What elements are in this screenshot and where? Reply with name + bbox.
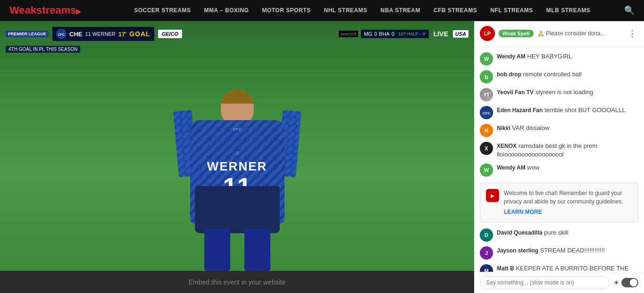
- nav-mlb[interactable]: MLB STREAMS: [546, 7, 591, 14]
- nav-nba[interactable]: NBA STREAM: [380, 7, 420, 14]
- player-head: [221, 90, 254, 125]
- logo-text-streams: streams: [36, 4, 76, 16]
- chat-message-text: VAR dissalow: [512, 124, 549, 131]
- chat-message-content: Nikki VAR dissalow: [497, 124, 638, 132]
- dark-mode-toggle[interactable]: ☀: [613, 278, 638, 287]
- list-item: M Matt B KEEPER ATE A BURRITO BEFORE THE…: [474, 262, 644, 272]
- avatar: W: [480, 163, 493, 177]
- chat-message-text: KEEPER ATE A BURRITO BEFORE THE MATCH: [497, 265, 628, 272]
- chat-message-text: styreen is not loading: [535, 89, 594, 96]
- list-item: W Wendy AM HEY BABYGIRL: [474, 50, 644, 68]
- player-shorts: [195, 186, 280, 233]
- list-item: X XENOX ramsdale best gk in the prem llo…: [474, 139, 644, 161]
- nav-nhl[interactable]: NHL STREAMS: [324, 7, 368, 14]
- chat-message-content: David Quesadilla pure skill: [497, 228, 638, 237]
- chat-message-text: wow: [527, 164, 539, 171]
- nav-motorsports[interactable]: MOTOR SPORTS: [262, 7, 310, 14]
- list-item: b bob drop remote controlled ball: [474, 68, 644, 86]
- live-badge: LIVE: [432, 30, 450, 38]
- chat-username: XENOX: [497, 143, 517, 149]
- jersey-name: WERNER: [207, 159, 268, 174]
- sun-icon: ☀: [613, 279, 619, 286]
- list-item: J Jayson sterling STREAM DEAD!!!!!!!!!!!…: [474, 244, 644, 262]
- broadcast-info: peacock MG 0 BHA 0 1ST HALF – 9' LIVE US…: [339, 30, 468, 38]
- avatar: b: [480, 70, 493, 83]
- chat-username: Yeovil Fan TV: [497, 89, 534, 96]
- score-overlay: PREMIER LEAGUE CFC CHE 11 WERNER 17' GOA…: [6, 27, 468, 41]
- chat-input[interactable]: [480, 276, 610, 289]
- svg-text:CFC: CFC: [483, 111, 491, 115]
- chat-donate-text: 🙏 Please consider dona...: [537, 30, 622, 37]
- premier-league-badge: PREMIER LEAGUE: [6, 31, 49, 37]
- list-item: CFC Eden Hazard Fan terrible shot BUT GO…: [474, 104, 644, 122]
- avatar: N: [480, 124, 493, 137]
- avatar: CFC: [480, 106, 493, 119]
- chat-username: Wendy AM: [497, 53, 526, 60]
- home-team: MG: [364, 31, 372, 37]
- avatar: J: [480, 246, 493, 260]
- promo-text: Welcome to live chat! Remember to guard …: [504, 190, 623, 205]
- avatar: W: [480, 52, 493, 65]
- goal-season-text: 4TH GOAL IN PL THIS SEASON: [6, 46, 80, 53]
- chat-message-content: bob drop remote controlled ball: [497, 70, 638, 79]
- chat-username: Eden Hazard Fan: [497, 107, 543, 114]
- avatar: YT: [480, 88, 493, 101]
- list-item: D David Quesadilla pure skill: [474, 226, 644, 244]
- toggle-track[interactable]: [621, 278, 638, 287]
- youtube-promo-box: ▶ Welcome to live chat! Remember to guar…: [480, 183, 638, 222]
- chat-message-text: terrible shot BUT GOOOALLL: [544, 106, 626, 114]
- learn-more-link[interactable]: LEARN MORE: [504, 208, 632, 216]
- chat-username: Nikki: [497, 125, 510, 131]
- chat-message-content: XENOX ramsdale best gk in the prem lloio…: [497, 142, 638, 159]
- avatar: X: [480, 142, 493, 155]
- away-score: 0: [392, 31, 394, 37]
- embed-text: Embed this event in your website: [189, 278, 285, 286]
- svg-text:CFC: CFC: [58, 33, 65, 36]
- chat-input-area: ☀: [474, 272, 644, 293]
- chat-username: Matt B: [497, 265, 514, 272]
- nav-soccer[interactable]: SOCCER STREAMS: [134, 7, 191, 14]
- chat-username: Jayson sterling: [497, 247, 538, 254]
- logo-play-icon: ▶: [76, 8, 81, 15]
- youtube-icon: ▶: [486, 189, 499, 202]
- goal-text: GOAL: [129, 30, 150, 38]
- main-content: PREMIER LEAGUE CFC CHE 11 WERNER 17' GOA…: [0, 21, 644, 293]
- chat-username: David Quesadilla: [497, 229, 543, 236]
- player-right-leg: [244, 228, 270, 271]
- team-logo: CFC: [56, 29, 67, 39]
- match-time: 17': [118, 31, 127, 38]
- nav-mma[interactable]: MMA – BOXING: [204, 7, 249, 14]
- embed-bar: Embed this event in your website: [0, 271, 474, 293]
- nav-cfb[interactable]: CFB STREAMS: [434, 7, 477, 14]
- chat-message-text: pure skill: [544, 229, 568, 236]
- chat-message-content: Matt B KEEPER ATE A BURRITO BEFORE THE M…: [497, 264, 638, 272]
- peacock-logo: peacock: [339, 31, 359, 37]
- search-icon[interactable]: 🔍: [624, 5, 635, 16]
- main-nav: SOCCER STREAMS MMA – BOXING MOTOR SPORTS…: [100, 7, 624, 14]
- half-info: 1ST HALF – 9': [398, 32, 426, 36]
- avatar: D: [480, 228, 493, 242]
- chat-message-content: Wendy AM HEY BABYGIRL: [497, 52, 638, 61]
- video-player[interactable]: PREMIER LEAGUE CFC CHE 11 WERNER 17' GOA…: [0, 21, 474, 271]
- chat-more-button[interactable]: ⋮: [626, 28, 638, 39]
- chat-username: Wendy AM: [497, 164, 526, 171]
- header: Weakstreams▶ SOCCER STREAMS MMA – BOXING…: [0, 0, 644, 21]
- list-item: W Wendy AM wow: [474, 161, 644, 179]
- chat-message-content: Eden Hazard Fan terrible shot BUT GOOOAL…: [497, 106, 638, 114]
- team-abbreviation: CHE: [69, 31, 82, 38]
- player-left-leg: [204, 228, 230, 271]
- chat-channel-badge: Weak Spell: [499, 30, 534, 37]
- video-section: PREMIER LEAGUE CFC CHE 11 WERNER 17' GOA…: [0, 21, 474, 293]
- chat-message-text: remote controlled ball: [523, 71, 582, 78]
- chat-message-content: Jayson sterling STREAM DEAD!!!!!!!!!!!!: [497, 246, 638, 255]
- chat-username: bob drop: [497, 71, 521, 78]
- player-hair: [221, 90, 254, 104]
- chat-channel-icon: LP: [480, 26, 495, 41]
- chat-messages[interactable]: W Wendy AM HEY BABYGIRL b bob drop remot…: [474, 46, 644, 272]
- chat-message-content: Wendy AM wow: [497, 163, 638, 172]
- site-logo: Weakstreams▶: [9, 4, 81, 16]
- nav-nfl[interactable]: NFL STREAMS: [490, 7, 533, 14]
- team-score-box: CFC CHE 11 WERNER 17' GOAL: [52, 27, 154, 41]
- avatar: M: [480, 264, 493, 272]
- list-item: YT Yeovil Fan TV styreen is not loading: [474, 86, 644, 104]
